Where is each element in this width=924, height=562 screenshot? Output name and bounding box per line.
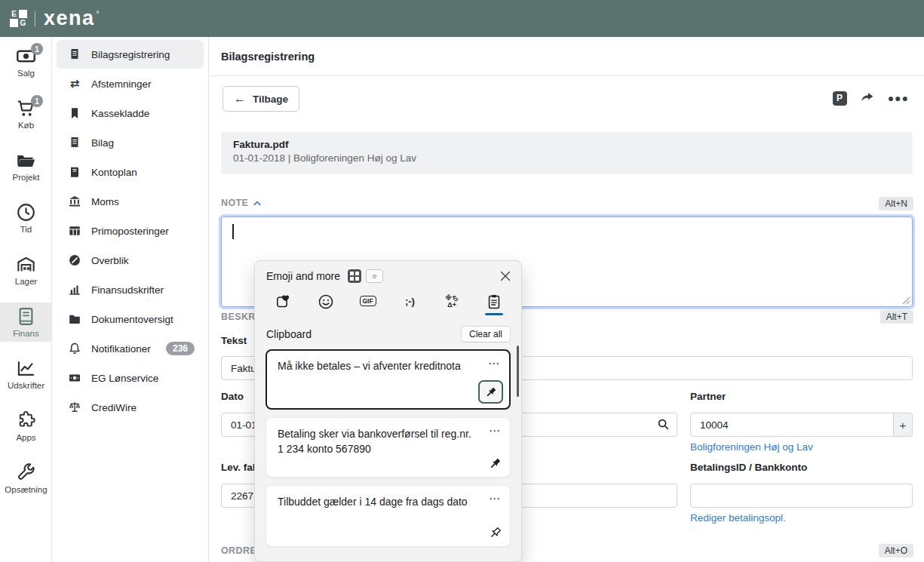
ledger-icon [16,306,36,327]
tab-emoji[interactable] [317,293,335,310]
sidebar-item-bilag[interactable]: Bilag [57,128,204,157]
tekst-label: Tekst [221,335,247,346]
rail-item-tid[interactable]: Tid [0,198,52,238]
rail-item-apps[interactable]: Apps [0,407,52,446]
clipboard-section-title: Clipboard [266,328,312,340]
brand-registered-mark: ° [97,10,100,18]
parked-document-icon[interactable]: P [833,91,847,106]
partner-input[interactable] [690,413,913,437]
order-shortcut-badge: Alt+O [879,544,913,557]
tab-kaomoji[interactable]: ;-) [401,293,419,310]
tab-recent[interactable] [275,293,293,310]
symbols-icon: ※ち Δ+ [445,295,459,309]
dato-label: Dato [221,391,244,402]
puzzle-icon [16,410,36,431]
sidebar-item-finansudskrifter[interactable]: Finansudskrifter [57,275,204,304]
item-more-icon[interactable]: ⋯ [489,492,500,505]
logo-divider [35,11,35,26]
scales-icon [69,401,81,413]
resize-handle-icon[interactable] [902,296,910,305]
order-section-header[interactable]: ORDRE [221,545,256,556]
warehouse-icon [16,254,36,275]
clipboard-item[interactable]: Betaling sker via bankoverførsel til reg… [266,417,511,478]
sidebar-item-notifikationer[interactable]: Notifikationer 236 [57,334,204,363]
search-icon[interactable] [657,418,670,431]
close-icon[interactable] [500,271,511,281]
partner-label: Partner [690,391,726,402]
nav-rail: 1 Salg 1 Køb Projekt Tid Lager Finans Ud… [0,37,52,562]
add-partner-button[interactable]: + [893,413,913,437]
sidebar-item-kassekladde[interactable]: Kassekladde [57,99,204,127]
sidebar-item-crediwire[interactable]: CrediWire [57,393,204,422]
rail-item-finans[interactable]: Finans [0,302,52,342]
sidebar-item-primoposteringer[interactable]: Primoposteringer [57,217,204,245]
salg-badge: 1 [31,43,43,55]
clipboard-item[interactable]: Tilbuddet gælder i 14 dage fra dags dato… [266,485,511,547]
document-filename: Faktura.pdf [233,139,901,150]
item-more-icon[interactable]: ⋯ [488,357,499,370]
sidebar-item-afstemninger[interactable]: ⇄ Afstemninger [57,69,204,98]
popup-title: Emoji and more [266,270,340,282]
more-icon[interactable]: ●●● [888,92,909,104]
tab-clipboard[interactable] [485,293,503,315]
document-card[interactable]: Faktura.pdf 01-01-2018 | Boligforeningen… [221,132,913,174]
betalingsid-input[interactable] [690,484,913,508]
sidebar-item-bilagsregistrering[interactable]: Bilagsregistrering [57,40,204,69]
emoji-icon [318,293,334,310]
document-meta: 01-01-2018 | Boligforeningen Høj og Lav [233,152,901,164]
pin-icon[interactable] [489,457,502,470]
folder-open-icon [16,150,36,170]
period-key-icon [366,269,383,283]
eg-logo-icon: E G [10,10,27,27]
document-toolbar: P ●●● [833,91,909,106]
popup-tabs: GIF ;-) ※ち Δ+ [255,286,521,316]
note-shortcut-badge: Alt+N [879,197,913,210]
arrow-left-icon: ← [234,92,246,106]
rail-item-kob[interactable]: 1 Køb [0,94,52,134]
tab-gif[interactable]: GIF [359,293,377,306]
receipt-icon [69,48,81,60]
page-title-bar: Bilagsregistrering [209,37,924,76]
pin-icon [485,386,497,398]
rail-item-udskrifter[interactable]: Udskrifter [0,355,52,394]
back-button[interactable]: ← Tilbage [223,86,299,112]
tab-symbols[interactable]: ※ち Δ+ [443,293,461,309]
item-more-icon[interactable]: ⋯ [489,424,500,438]
wrench-icon [16,462,36,483]
clear-all-button[interactable]: Clear all [461,326,511,342]
banknote-filled-icon [69,372,81,384]
bar-chart-icon [69,284,81,296]
edit-payment-link[interactable]: Rediger betalingsopl. [690,512,786,524]
popup-header: Emoji and more [255,261,521,286]
receipt-icon [69,137,81,149]
clock-icon [16,202,36,223]
rail-item-opsaetning[interactable]: Opsætning [0,459,52,498]
rail-item-projekt[interactable]: Projekt [0,146,52,186]
bank-icon [69,195,81,207]
rail-item-lager[interactable]: Lager [0,250,52,290]
description-shortcut-badge: Alt+T [880,310,913,324]
sidebar-item-eg-lonservice[interactable]: EG Lønservice [57,364,204,392]
text-caret [232,224,234,239]
popup-scrollbar[interactable] [517,345,519,397]
partner-name-link[interactable]: Boligforeningen Høj og Lav [690,441,813,453]
pin-button-focused[interactable] [478,380,503,404]
share-icon[interactable] [860,91,875,106]
brand-wordmark: xena [44,8,95,29]
app-header: E G xena ° [0,0,924,37]
note-section-header[interactable]: NOTE [221,198,262,208]
gauge-icon [69,254,81,266]
gif-icon: GIF [360,296,376,306]
pin-outline-icon[interactable] [489,527,502,539]
rail-item-salg[interactable]: 1 Salg [0,42,52,81]
sidebar-item-kontoplan[interactable]: Kontoplan [57,158,204,186]
sidebar-item-moms[interactable]: Moms [57,187,204,216]
clipboard-item[interactable]: Må ikke betales – vi afventer kreditnota… [266,349,511,410]
chevron-up-icon [253,200,262,207]
sidebar-item-dokumentoversigt[interactable]: Dokumentoversigt [57,305,204,333]
kob-badge: 1 [31,95,43,107]
eg-logo-letter: G [19,19,27,27]
sidebar-item-overblik[interactable]: Overblik [57,246,204,275]
page-title: Bilagsregistrering [221,51,315,63]
app-window: E G xena ° 1 Salg 1 Køb Projekt Tid [0,0,924,562]
